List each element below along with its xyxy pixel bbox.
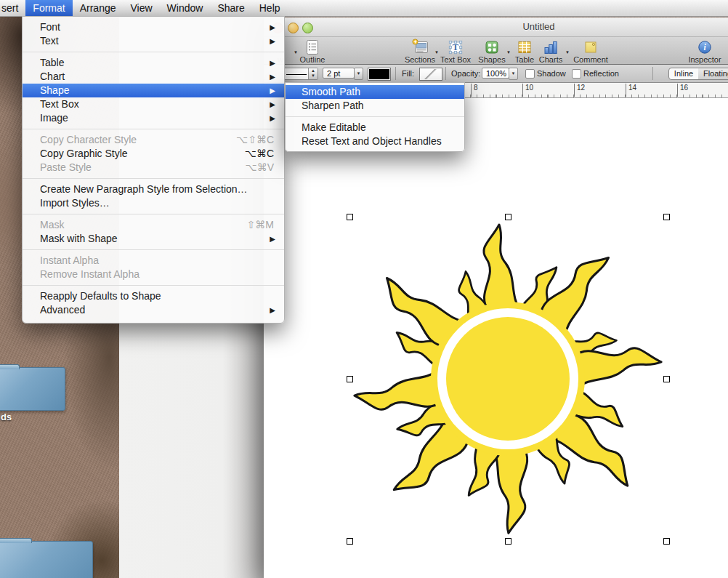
submenu-item-sharpen-path[interactable]: Sharpen Path xyxy=(286,99,464,113)
menu-separator xyxy=(23,52,284,52)
stroke-style-dropdown[interactable]: ▲▼ xyxy=(282,68,318,80)
document-canvas[interactable] xyxy=(264,98,728,578)
stroke-width-field[interactable]: 2 pt xyxy=(323,68,355,79)
divider xyxy=(445,67,446,80)
menubar-item-window[interactable]: Window xyxy=(160,0,211,16)
menu-item-shortcut: ⌥⇧⌘C xyxy=(236,133,274,147)
menu-item-shortcut: ⌥⌘V xyxy=(246,161,274,174)
selection-handle[interactable] xyxy=(347,538,353,545)
menu-item-copy-character-style: Copy Character Style⌥⇧⌘C xyxy=(23,133,284,147)
shadow-checkbox[interactable] xyxy=(525,69,535,79)
menubar-item-help[interactable]: Help xyxy=(252,0,288,16)
menu-item-label: Image xyxy=(40,112,68,124)
shape-selection-box[interactable] xyxy=(349,217,666,541)
menu-item-label: Create New Paragraph Style from Selectio… xyxy=(40,183,248,195)
selection-handle[interactable] xyxy=(347,214,353,220)
menu-item-advanced[interactable]: Advanced▶ xyxy=(23,303,284,317)
menu-item-mask: Mask⇧⌘M xyxy=(23,218,284,232)
opacity-dropdown-button[interactable]: ▼ xyxy=(509,68,518,80)
selection-handle[interactable] xyxy=(663,538,670,545)
menu-separator xyxy=(286,116,464,117)
menu-item-instant-alpha: Instant Alpha xyxy=(23,254,284,268)
selection-handle[interactable] xyxy=(663,376,670,382)
sun-disc xyxy=(446,317,570,441)
folder-icon[interactable] xyxy=(0,367,65,411)
menu-item-copy-graphic-style[interactable]: Copy Graphic Style⌥⌘C xyxy=(23,147,284,161)
menu-item-mask-with-shape[interactable]: Mask with Shape▶ xyxy=(23,232,284,246)
menubar-item-format[interactable]: Format xyxy=(25,0,72,16)
selection-handle[interactable] xyxy=(505,214,511,220)
menu-item-shortcut: ⌥⌘C xyxy=(245,147,274,161)
title-bar[interactable]: Untitled xyxy=(264,17,728,37)
inspector-icon: i xyxy=(682,39,728,55)
menu-item-paste-style: Paste Style⌥⌘V xyxy=(23,161,284,174)
inspector-button[interactable]: iInspector xyxy=(682,39,728,64)
menu-separator xyxy=(23,214,284,214)
submenu-arrow-icon: ▶ xyxy=(270,84,275,97)
sun-ray xyxy=(484,225,521,312)
toolbar-button-label: Inspector xyxy=(682,55,728,64)
menubar-item-sert[interactable]: sert xyxy=(0,0,25,16)
menubar-item-view[interactable]: View xyxy=(124,0,160,16)
menu-separator xyxy=(23,249,284,250)
stroke-style-stepper[interactable]: ▲▼ xyxy=(308,68,318,79)
menu-item-label: Copy Graphic Style xyxy=(40,148,128,159)
selection-handle[interactable] xyxy=(505,538,511,545)
submenu-item-smooth-path[interactable]: Smooth Path xyxy=(286,85,464,99)
inline-button[interactable]: Inline xyxy=(668,68,699,80)
submenu-item-make-editable[interactable]: Make Editable xyxy=(286,121,464,135)
format-menu: Font▶Text▶Table▶Chart▶Shape▶Text Box▶Ima… xyxy=(22,16,285,324)
toolbar: w▼Outline▼SectionsTText Box▼ShapesTable▼… xyxy=(264,37,728,65)
menu-item-label: Reset Text and Object Handles xyxy=(302,135,442,147)
menu-item-label: Copy Character Style xyxy=(40,134,137,145)
menu-item-reapply-defaults-to-shape[interactable]: Reapply Defaults to Shape xyxy=(23,289,284,303)
menu-item-label: Smooth Path xyxy=(302,86,360,97)
menu-item-table[interactable]: Table▶ xyxy=(23,56,284,70)
selection-handle[interactable] xyxy=(347,376,353,382)
menu-item-label: Text Box xyxy=(40,98,79,110)
submenu-arrow-icon: ▶ xyxy=(270,56,275,70)
menu-item-chart[interactable]: Chart▶ xyxy=(23,70,284,84)
menu-bar: sertFormatArrangeViewWindowShareHelp xyxy=(0,0,728,17)
menu-item-import-styles[interactable]: Import Styles… xyxy=(23,196,284,210)
floating-button[interactable]: Floating xyxy=(698,68,728,80)
menu-item-create-new-paragraph-style-from-selection[interactable]: Create New Paragraph Style from Selectio… xyxy=(23,182,284,196)
submenu-arrow-icon: ▶ xyxy=(270,97,275,111)
opacity-field[interactable]: 100% xyxy=(482,68,509,79)
ruler-number: 8 xyxy=(471,84,478,97)
menubar-item-share[interactable]: Share xyxy=(210,0,251,16)
outline-button[interactable]: Outline xyxy=(289,39,336,64)
stroke-width-dropdown-button[interactable]: ▼ xyxy=(354,68,363,80)
sun-shape[interactable] xyxy=(349,217,666,541)
folder-icon[interactable] xyxy=(0,541,93,578)
ruler-number: 12 xyxy=(574,84,585,97)
submenu-item-reset-text-and-object-handles[interactable]: Reset Text and Object Handles xyxy=(286,135,464,148)
format-bar: ▲▼ 2 pt ▼ Fill: Opacity: 100% ▼ Shadow R… xyxy=(264,65,728,83)
menu-item-font[interactable]: Font▶ xyxy=(23,20,284,34)
reflection-checkbox[interactable] xyxy=(572,69,581,79)
menu-item-label: Mask xyxy=(40,219,64,230)
comment-button[interactable]: Comment xyxy=(567,39,614,64)
submenu-arrow-icon: ▶ xyxy=(270,20,275,34)
menu-item-label: Mask with Shape xyxy=(40,233,118,244)
menu-item-label: Import Styles… xyxy=(40,197,110,209)
menu-item-text[interactable]: Text▶ xyxy=(23,34,284,48)
sun-ray xyxy=(353,369,442,411)
divider xyxy=(652,67,653,80)
menu-item-text-box[interactable]: Text Box▶ xyxy=(23,97,284,111)
sun-ray xyxy=(573,347,663,388)
menu-item-label: Make Editable xyxy=(302,121,366,133)
menu-item-image[interactable]: Image▶ xyxy=(23,111,284,125)
selection-handle[interactable] xyxy=(663,214,670,220)
toolbar-button-label: Comment xyxy=(567,55,614,64)
menu-separator xyxy=(23,178,284,179)
toolbar-button-label: Outline xyxy=(289,55,336,64)
menu-item-shortcut: ⇧⌘M xyxy=(247,218,274,232)
menubar-item-arrange[interactable]: Arrange xyxy=(73,0,124,16)
fill-label: Fill: xyxy=(402,69,414,78)
stroke-color-well[interactable] xyxy=(368,68,391,81)
fill-color-well[interactable] xyxy=(419,68,442,81)
divider xyxy=(395,67,396,80)
menu-item-shape[interactable]: Shape▶ xyxy=(23,84,284,97)
menu-item-label: Paste Style xyxy=(40,161,92,173)
